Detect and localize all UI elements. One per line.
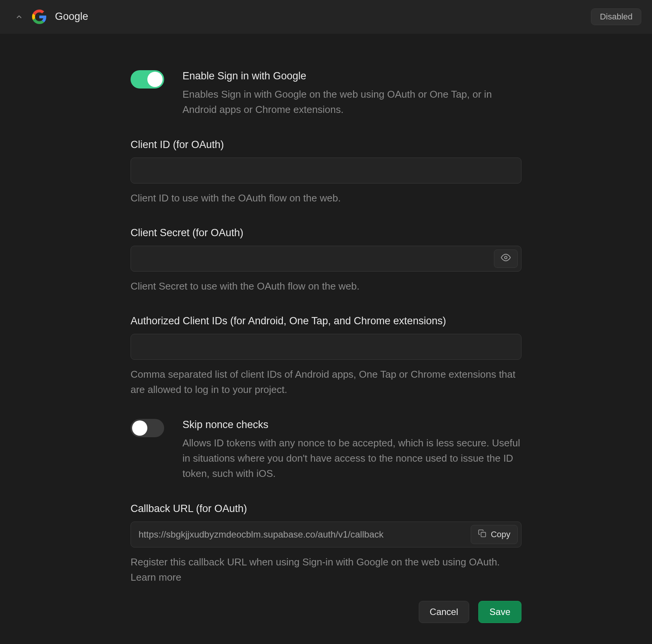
settings-panel: Enable Sign in with Google Enables Sign … — [131, 70, 521, 623]
client-secret-input[interactable] — [131, 246, 521, 272]
copy-callback-button[interactable]: Copy — [471, 525, 518, 544]
status-badge: Disabled — [591, 8, 641, 25]
svg-point-0 — [505, 256, 507, 259]
callback-url-input[interactable] — [131, 522, 521, 547]
svg-rect-1 — [481, 532, 486, 537]
authorized-ids-input[interactable] — [131, 334, 521, 360]
cancel-button[interactable]: Cancel — [419, 601, 470, 623]
chevron-up-icon[interactable] — [14, 11, 24, 22]
authorized-ids-help: Comma separated list of client IDs of An… — [131, 367, 521, 398]
skip-nonce-title: Skip nonce checks — [182, 419, 521, 431]
enable-google-title: Enable Sign in with Google — [182, 70, 521, 82]
google-logo-icon — [32, 10, 47, 24]
provider-header: Google Disabled — [0, 0, 652, 34]
authorized-ids-label: Authorized Client IDs (for Android, One … — [131, 315, 521, 327]
skip-nonce-desc: Allows ID tokens with any nonce to be ac… — [182, 435, 521, 481]
client-secret-input-wrap — [131, 246, 521, 272]
callback-url-label: Callback URL (for OAuth) — [131, 503, 521, 515]
skip-nonce-field: Skip nonce checks Allows ID tokens with … — [131, 419, 521, 481]
header-left: Google — [14, 10, 88, 24]
content: Enable Sign in with Google Enables Sign … — [0, 34, 652, 623]
skip-nonce-text: Skip nonce checks Allows ID tokens with … — [182, 419, 521, 481]
enable-google-toggle[interactable] — [131, 70, 164, 89]
callback-url-input-wrap: Copy — [131, 522, 521, 547]
save-button[interactable]: Save — [478, 601, 521, 623]
skip-nonce-toggle[interactable] — [131, 419, 164, 437]
provider-title: Google — [55, 11, 88, 23]
callback-url-field: Callback URL (for OAuth) Copy Register t… — [131, 503, 521, 585]
enable-google-field: Enable Sign in with Google Enables Sign … — [131, 70, 521, 118]
reveal-secret-button[interactable] — [494, 250, 518, 268]
enable-google-text: Enable Sign in with Google Enables Sign … — [182, 70, 521, 118]
enable-google-desc: Enables Sign in with Google on the web u… — [182, 87, 521, 118]
callback-url-help: Register this callback URL when using Si… — [131, 554, 521, 585]
toggle-knob — [132, 420, 147, 436]
client-id-input[interactable] — [131, 158, 521, 184]
client-id-label: Client ID (for OAuth) — [131, 139, 521, 151]
toggle-knob — [147, 72, 163, 87]
form-actions: Cancel Save — [131, 601, 521, 623]
copy-icon — [478, 529, 486, 540]
eye-icon — [501, 253, 511, 265]
client-secret-help: Client Secret to use with the OAuth flow… — [131, 279, 521, 294]
authorized-ids-field: Authorized Client IDs (for Android, One … — [131, 315, 521, 398]
client-secret-field: Client Secret (for OAuth) Client Secret … — [131, 227, 521, 294]
copy-label: Copy — [491, 530, 510, 539]
client-id-field: Client ID (for OAuth) Client ID to use w… — [131, 139, 521, 206]
client-id-help: Client ID to use with the OAuth flow on … — [131, 190, 521, 206]
client-secret-label: Client Secret (for OAuth) — [131, 227, 521, 239]
